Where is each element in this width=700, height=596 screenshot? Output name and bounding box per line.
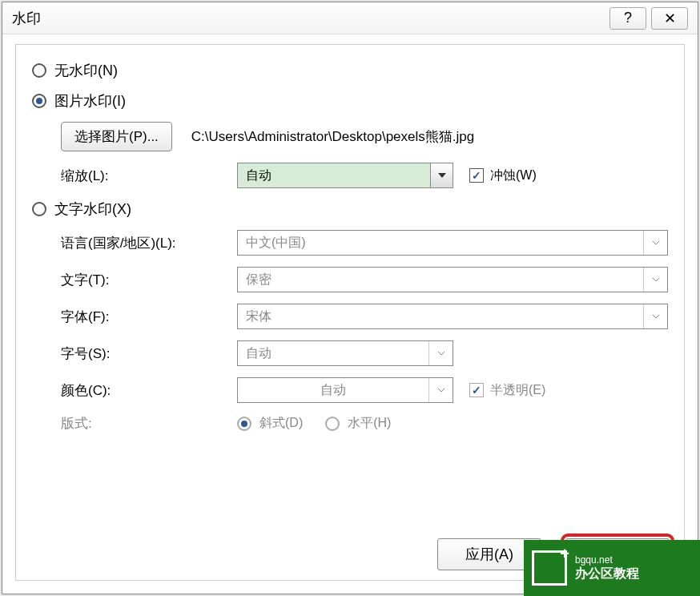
row-language: 语言(国家/地区)(L): 中文(中国) xyxy=(61,230,668,256)
close-button[interactable]: ✕ xyxy=(651,7,688,30)
row-color: 颜色(C): 自动 半透明(E) xyxy=(61,377,668,403)
text-combobox[interactable]: 保密 xyxy=(237,267,668,292)
diagonal-label: 斜式(D) xyxy=(259,415,303,432)
picture-path: C:\Users\Administrator\Desktop\pexels熊猫.… xyxy=(191,127,474,146)
language-label: 语言(国家/地区)(L): xyxy=(61,234,237,252)
brand-url: bgqu.net xyxy=(575,554,639,566)
option-no-watermark[interactable]: 无水印(N) xyxy=(32,61,668,80)
brand-text: bgqu.net 办公区教程 xyxy=(575,554,639,582)
chevron-down-icon[interactable] xyxy=(643,268,667,292)
select-picture-button[interactable]: 选择图片(P)... xyxy=(61,122,172,151)
radio-no-watermark[interactable] xyxy=(32,63,46,78)
color-value: 自动 xyxy=(238,378,428,402)
scale-value: 自动 xyxy=(238,163,430,187)
horizontal-label: 水平(H) xyxy=(348,415,391,432)
scale-combobox[interactable]: 自动 xyxy=(237,163,453,188)
layout-horizontal[interactable]: 水平(H) xyxy=(325,415,391,432)
color-label: 颜色(C): xyxy=(61,381,237,400)
font-combobox[interactable]: 宋体 xyxy=(237,304,668,329)
dialog-body: 无水印(N) 图片水印(I) 选择图片(P)... C:\Users\Admin… xyxy=(15,44,685,581)
size-label: 字号(S): xyxy=(61,344,237,363)
font-value: 宋体 xyxy=(238,304,643,328)
brand-icon xyxy=(532,550,567,586)
brand-name: 办公区教程 xyxy=(575,566,639,582)
font-label: 字体(F): xyxy=(61,308,237,326)
row-font: 字体(F): 宋体 xyxy=(61,304,668,329)
scale-label: 缩放(L): xyxy=(61,167,237,185)
help-button[interactable]: ? xyxy=(609,7,646,30)
row-layout: 版式: 斜式(D) 水平(H) xyxy=(61,414,668,433)
language-value: 中文(中国) xyxy=(238,231,643,255)
row-size: 字号(S): 自动 xyxy=(61,340,668,366)
semitransparent-checkbox[interactable]: 半透明(E) xyxy=(469,382,545,399)
row-select-picture: 选择图片(P)... C:\Users\Administrator\Deskto… xyxy=(61,122,668,151)
size-combobox[interactable]: 自动 xyxy=(237,340,453,366)
radio-horizontal[interactable] xyxy=(325,417,340,431)
language-combobox[interactable]: 中文(中国) xyxy=(237,230,668,256)
semitransparent-label: 半透明(E) xyxy=(490,382,545,399)
radio-picture-watermark[interactable] xyxy=(32,94,46,108)
checkbox-icon[interactable] xyxy=(469,168,484,183)
brand-watermark: bgqu.net 办公区教程 xyxy=(524,540,700,596)
washout-checkbox[interactable]: 冲蚀(W) xyxy=(469,167,537,184)
size-value: 自动 xyxy=(238,341,428,365)
chevron-down-icon[interactable] xyxy=(643,304,667,328)
layout-label: 版式: xyxy=(61,414,237,433)
checkbox-icon[interactable] xyxy=(469,383,484,397)
color-combobox[interactable]: 自动 xyxy=(237,377,453,403)
row-scale: 缩放(L): 自动 冲蚀(W) xyxy=(61,163,668,188)
chevron-down-icon[interactable] xyxy=(643,231,667,255)
washout-label: 冲蚀(W) xyxy=(490,167,537,184)
radio-diagonal[interactable] xyxy=(237,417,251,431)
chevron-down-icon[interactable] xyxy=(428,341,453,365)
layout-diagonal[interactable]: 斜式(D) xyxy=(237,415,303,432)
titlebar: 水印 ? ✕ xyxy=(2,2,698,34)
text-label: 文字(T): xyxy=(61,271,237,289)
label-text-watermark: 文字水印(X) xyxy=(54,199,131,219)
text-value: 保密 xyxy=(238,268,643,292)
radio-text-watermark[interactable] xyxy=(32,202,46,216)
option-text-watermark[interactable]: 文字水印(X) xyxy=(32,199,668,219)
label-no-watermark: 无水印(N) xyxy=(54,61,118,80)
option-picture-watermark[interactable]: 图片水印(I) xyxy=(32,91,668,111)
row-text: 文字(T): 保密 xyxy=(61,267,668,292)
chevron-down-icon[interactable] xyxy=(430,163,453,187)
chevron-down-icon[interactable] xyxy=(428,378,453,402)
dialog-title: 水印 xyxy=(12,9,41,28)
watermark-dialog: 水印 ? ✕ 无水印(N) 图片水印(I) 选择图片(P)... C:\User… xyxy=(2,2,698,594)
label-picture-watermark: 图片水印(I) xyxy=(54,91,126,111)
